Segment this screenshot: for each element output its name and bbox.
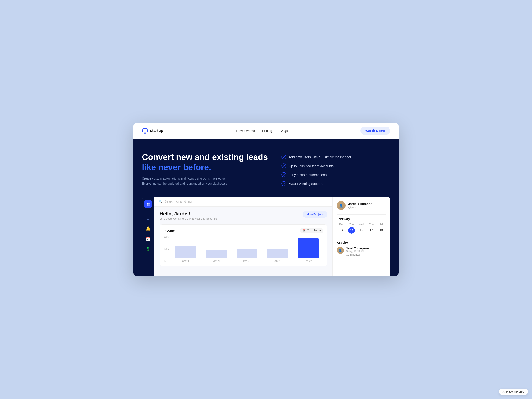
- check-icon-3: [281, 172, 286, 177]
- cal-header-wed: Wed: [356, 223, 367, 226]
- y-axis-labels: $50K $25K $0: [164, 236, 169, 262]
- check-icon-2: [281, 163, 286, 168]
- framer-icon: ⌘: [502, 390, 505, 393]
- chart-header: Income 📅 Oct - Feb ▾: [164, 228, 323, 233]
- feature-text-1: Add new users with our simple messenger: [289, 155, 351, 159]
- sidebar-bell-icon[interactable]: 🔔: [146, 226, 151, 231]
- search-icon: 🔍: [159, 200, 163, 203]
- chart-range-selector[interactable]: 📅 Oct - Feb ▾: [300, 228, 323, 233]
- bar-group-feb: Feb '22: [293, 238, 323, 262]
- nav-how-it-works[interactable]: How it works: [236, 129, 255, 133]
- y-label-0: $0: [164, 260, 169, 262]
- activity-info: Jessi Thompson Today, 10:15 AM Commented: [346, 247, 369, 256]
- bar-group-jan: Jan '22: [263, 249, 292, 262]
- sidebar-home-icon[interactable]: ⌂: [147, 216, 149, 221]
- dashboard-header-row: Hello, Jardel! Let's get to work. Here's…: [160, 211, 327, 220]
- hero-right: Add new users with our simple messenger …: [281, 152, 390, 190]
- svg-rect-8: [148, 203, 150, 204]
- hero-description: Create custom automations and flows usin…: [142, 176, 235, 186]
- nav-faqs[interactable]: FAQs: [279, 129, 288, 133]
- divider-1: [337, 214, 386, 215]
- activity-item-1: 👤 Jessi Thompson Today, 10:15 AM Comment…: [337, 247, 386, 256]
- chevron-down-icon: ▾: [319, 229, 321, 232]
- calendar-day-headers: Mon Tue Wed Thu Fri: [337, 223, 386, 226]
- bar-label-nov: Nov '21: [213, 260, 220, 262]
- feature-text-3: Fully custom automations: [289, 173, 327, 177]
- hero-title-blue: like never before.: [142, 163, 211, 172]
- greeting-area: Hello, Jardel! Let's get to work. Here's…: [160, 211, 218, 220]
- sidebar-logo-button[interactable]: [144, 200, 152, 208]
- bar-label-feb: Feb '22: [304, 260, 312, 262]
- bar-feb: [298, 238, 318, 258]
- bar-jan: [267, 249, 288, 258]
- sidebar-calendar-icon[interactable]: 📅: [146, 236, 151, 241]
- jessi-avatar: 👤: [337, 247, 344, 254]
- bar-dec: [236, 249, 257, 258]
- bar-label-dec: Dec '21: [243, 260, 251, 262]
- svg-rect-7: [146, 203, 148, 204]
- nav-pricing[interactable]: Pricing: [262, 129, 272, 133]
- dashboard-content: Hello, Jardel! Let's get to work. Here's…: [154, 207, 332, 270]
- dashboard-wrapper: ⌂ 🔔 📅 💲 🔍 Search for anything... Hello, …: [133, 190, 399, 276]
- search-input[interactable]: Search for anything...: [165, 200, 194, 203]
- activity-action: Commented: [346, 253, 369, 256]
- svg-point-4: [282, 164, 286, 168]
- svg-point-3: [282, 155, 286, 159]
- divider-2: [337, 238, 386, 238]
- bar-group-nov: Nov '21: [201, 250, 231, 262]
- greeting-text: Hello, Jardel!: [160, 211, 218, 217]
- new-project-button[interactable]: New Project: [303, 211, 327, 218]
- profile-row: 👤 Jardel Simmons @jardel: [337, 201, 386, 210]
- calendar-month: February: [337, 217, 386, 221]
- sidebar-logo-icon: [146, 202, 150, 206]
- dashboard-card: ⌂ 🔔 📅 💲 🔍 Search for anything... Hello, …: [142, 197, 390, 276]
- cal-day-16[interactable]: 16: [356, 227, 367, 234]
- svg-point-5: [282, 172, 286, 177]
- feature-text-4: Award winning support: [289, 182, 322, 185]
- dashboard-topbar: 🔍 Search for anything...: [154, 197, 332, 207]
- logo-icon: [142, 128, 148, 134]
- feature-item-4: Award winning support: [281, 181, 390, 186]
- sidebar-dollar-icon[interactable]: 💲: [146, 247, 151, 251]
- cal-header-fri: Fri: [376, 223, 386, 226]
- cal-header-mon: Mon: [337, 223, 347, 226]
- activity-section: Activity 👤 Jessi Thompson Today, 10:15 A…: [337, 241, 386, 256]
- cal-header-tue: Tue: [347, 223, 357, 226]
- check-icon-1: [281, 154, 286, 159]
- bar-group-dec: Dec '21: [232, 249, 262, 262]
- cal-day-18[interactable]: 18: [376, 227, 386, 234]
- y-label-25k: $25K: [164, 248, 169, 250]
- framer-badge: ⌘ Made in Framer: [500, 389, 528, 395]
- svg-rect-10: [148, 204, 150, 206]
- svg-point-6: [282, 181, 286, 186]
- bar-oct: [175, 246, 196, 258]
- logo-text: startup: [150, 128, 163, 133]
- greeting-sub: Let's get to work. Here's what your day …: [160, 217, 218, 220]
- dashboard-main: 🔍 Search for anything... Hello, Jardel! …: [154, 197, 332, 276]
- hero-left: Convert new and existing leads like neve…: [142, 152, 272, 186]
- activity-title: Activity: [337, 241, 386, 245]
- feature-item-1: Add new users with our simple messenger: [281, 154, 390, 159]
- watch-demo-button[interactable]: Watch Demo: [361, 127, 390, 135]
- calendar-section: February Mon Tue Wed Thu Fri 14 15 16 17…: [337, 217, 386, 234]
- cal-day-17[interactable]: 17: [367, 227, 376, 234]
- cal-day-14[interactable]: 14: [337, 227, 347, 234]
- cal-day-15[interactable]: 15: [348, 227, 355, 234]
- chart-area: $50K $25K $0 Oct '21: [164, 236, 323, 262]
- calendar-icon-small: 📅: [302, 229, 306, 232]
- jardel-avatar: 👤: [337, 201, 346, 210]
- dashboard-right-panel: 👤 Jardel Simmons @jardel February Mon Tu…: [332, 197, 390, 276]
- activity-name: Jessi Thompson: [346, 247, 369, 250]
- browser-frame: startup How it works Pricing FAQs Watch …: [133, 123, 399, 276]
- bar-label-jan: Jan '22: [274, 260, 281, 262]
- bars-area: Oct '21 Nov '21 Dec '21: [171, 236, 323, 262]
- navbar: startup How it works Pricing FAQs Watch …: [133, 123, 399, 139]
- chart-title: Income: [164, 229, 175, 232]
- svg-rect-9: [146, 204, 148, 206]
- calendar-row: 14 15 16 17 18: [337, 227, 386, 234]
- profile-name: Jardel Simmons: [348, 202, 372, 206]
- y-label-50k: $50K: [164, 236, 169, 238]
- activity-time: Today, 10:15 AM: [346, 250, 369, 253]
- bar-nov: [206, 250, 227, 258]
- logo-area: startup: [142, 128, 163, 134]
